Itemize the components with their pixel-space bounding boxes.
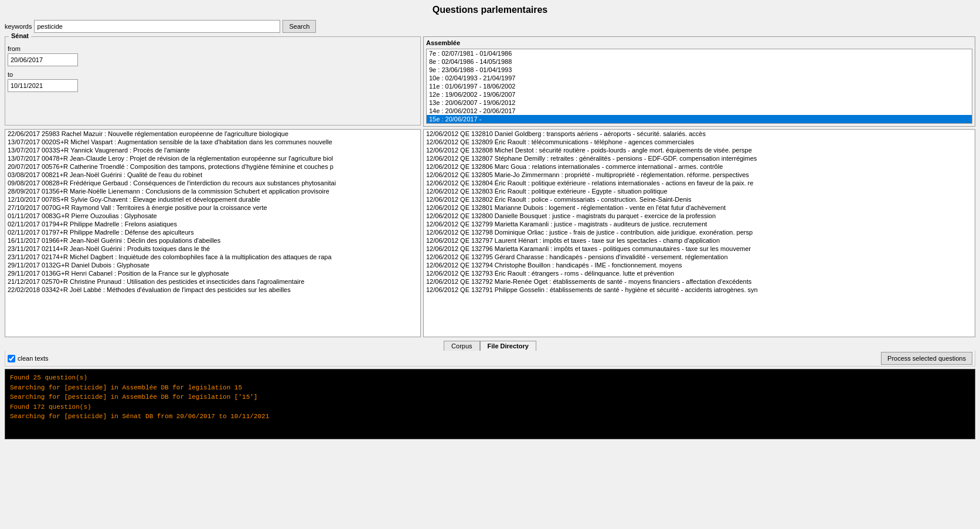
clean-texts-label: clean texts	[18, 355, 49, 362]
assemblee-list-item[interactable]: 14e : 20/06/2012 - 20/06/2017	[427, 107, 972, 115]
tab-file-directory[interactable]: File Directory	[480, 341, 536, 351]
options-row: clean texts Process selected questions	[5, 351, 975, 367]
senat-result-item[interactable]: 29/11/2017 0132G+R Daniel Dubois : Glyph…	[5, 261, 420, 269]
assemblee-result-item[interactable]: 12/06/2012 QE 132791 Philippe Gosselin :…	[424, 286, 975, 294]
assemblee-result-item[interactable]: 12/06/2012 QE 132793 Éric Raoult : étran…	[424, 269, 975, 277]
assemblee-result-item[interactable]: 12/06/2012 QE 132805 Marie-Jo Zimmermann…	[424, 171, 975, 179]
console-line: Searching for [pesticide] in Assemblée D…	[10, 392, 970, 402]
assemblee-result-item[interactable]: 12/06/2012 QE 132807 Stéphane Demilly : …	[424, 154, 975, 162]
senat-result-item[interactable]: 20/07/2017 00576+R Catherine Troendlé : …	[5, 162, 420, 171]
assemblee-result-item[interactable]: 12/06/2012 QE 132803 Éric Raoult : polit…	[424, 187, 975, 195]
senat-result-item[interactable]: 23/11/2017 02114+R Jean-Noël Guérini : P…	[5, 245, 420, 253]
console-line: Found 25 question(s)	[10, 373, 970, 383]
console-line: Searching for [pesticide] in Assemblée D…	[10, 383, 970, 393]
tab-corpus[interactable]: Corpus	[444, 341, 479, 351]
clean-texts-group: clean texts	[8, 355, 49, 362]
assemblee-list-item[interactable]: 11e : 01/06/1997 - 18/06/2002	[427, 82, 972, 90]
from-date-input[interactable]	[8, 53, 78, 66]
assemblee-results-list: 12/06/2012 QE 132810 Daniel Goldberg : t…	[424, 130, 975, 337]
assemblee-result-item[interactable]: 12/06/2012 QE 132798 Dominique Orliac : …	[424, 228, 975, 236]
senat-results-panel: 22/06/2017 25983 Rachel Mazuir : Nouvell…	[5, 129, 421, 337]
assemblee-result-item[interactable]: 12/06/2012 QE 132802 Éric Raoult : polic…	[424, 195, 975, 204]
assemblee-results-panel: 12/06/2012 QE 132810 Daniel Goldberg : t…	[423, 129, 975, 337]
clean-texts-checkbox[interactable]	[8, 355, 15, 362]
assemblee-result-item[interactable]: 12/06/2012 QE 132792 Marie-Renée Oget : …	[424, 277, 975, 286]
assemblee-result-item[interactable]: 12/06/2012 QE 132794 Christophe Bouillon…	[424, 261, 975, 269]
senat-result-item[interactable]: 23/11/2017 02174+R Michel Dagbert : Inqu…	[5, 253, 420, 261]
senat-result-item[interactable]: 03/08/2017 00821+R Jean-Noël Guérini : Q…	[5, 171, 420, 179]
bottom-section: Corpus File Directory clean texts Proces…	[5, 341, 975, 439]
assemblee-result-item[interactable]: 12/06/2012 QE 132801 Marianne Dubois : l…	[424, 204, 975, 212]
senat-result-item[interactable]: 13/07/2017 0033S+R Yannick Vaugrenard : …	[5, 146, 420, 154]
assemblee-result-item[interactable]: 12/06/2012 QE 132804 Éric Raoult : polit…	[424, 179, 975, 187]
senat-result-item[interactable]: 13/07/2017 0020S+R Michel Vaspart : Augm…	[5, 138, 420, 146]
senat-result-item[interactable]: 22/06/2017 25983 Rachel Mazuir : Nouvell…	[5, 130, 420, 138]
bottom-tabs-row: Corpus File Directory clean texts Proces…	[5, 341, 975, 367]
senat-panel: Sénat from to	[5, 36, 421, 126]
senat-result-item[interactable]: 02/11/2017 01797+R Philippe Madrelle : D…	[5, 228, 420, 236]
senat-result-item[interactable]: 16/11/2017 01966+R Jean-Noël Guérini : D…	[5, 236, 420, 245]
senat-results-list: 22/06/2017 25983 Rachel Mazuir : Nouvell…	[5, 130, 420, 337]
assemblee-list-item[interactable]: 13e : 20/06/2007 - 19/06/2012	[427, 99, 972, 107]
senat-result-item[interactable]: 27/10/2017 0070G+R Raymond Vall : Territ…	[5, 204, 420, 212]
assemblee-result-item[interactable]: 12/06/2012 QE 132806 Marc Goua : relatio…	[424, 162, 975, 171]
senat-result-item[interactable]: 01/11/2017 0083G+R Pierre Ouzoulias : Gl…	[5, 212, 420, 220]
assemblee-result-item[interactable]: 12/06/2012 QE 132797 Laurent Hénart : im…	[424, 236, 975, 245]
assemblee-list-item[interactable]: 10e : 02/04/1993 - 21/04/1997	[427, 74, 972, 82]
search-bar: keywords Search	[5, 20, 975, 33]
console-line: Searching for [pesticide] in Sénat DB fr…	[10, 412, 970, 422]
senat-result-item[interactable]: 12/10/2017 0078S+R Sylvie Goy-Chavent : …	[5, 195, 420, 204]
assemblee-list-item[interactable]: 12e : 19/06/2002 - 19/06/2007	[427, 90, 972, 99]
assemblee-result-item[interactable]: 12/06/2012 QE 132809 Éric Raoult : téléc…	[424, 138, 975, 146]
assemblee-result-item[interactable]: 12/06/2012 QE 132796 Marietta Karamanli …	[424, 245, 975, 253]
assemblee-result-item[interactable]: 12/06/2012 QE 132800 Danielle Bousquet :…	[424, 212, 975, 220]
assemblee-list-item[interactable]: 9e : 23/06/1988 - 01/04/1993	[427, 66, 972, 74]
search-button[interactable]: Search	[283, 20, 316, 33]
assemblee-label: Assemblée	[426, 39, 972, 46]
to-label: to	[8, 71, 418, 78]
keywords-label: keywords	[5, 23, 32, 30]
senat-result-item[interactable]: 13/07/2017 00478+R Jean-Claude Leroy : P…	[5, 154, 420, 162]
console-line: Found 172 question(s)	[10, 402, 970, 412]
to-date-input[interactable]	[8, 79, 78, 92]
senat-result-item[interactable]: 28/09/2017 01356+R Marie-Noëlle Lieneman…	[5, 187, 420, 195]
assemblee-list-item[interactable]: 8e : 02/04/1986 - 14/05/1988	[427, 57, 972, 66]
assemblee-list-item[interactable]: 15e : 20/06/2017 -	[427, 115, 972, 123]
assemblee-list-item[interactable]: 7e : 02/07/1981 - 01/04/1986	[427, 49, 972, 57]
assemblee-list[interactable]: 7e : 02/07/1981 - 01/04/19868e : 02/04/1…	[426, 49, 972, 124]
assemblee-result-item[interactable]: 12/06/2012 QE 132808 Michel Destot : séc…	[424, 146, 975, 154]
senat-result-item[interactable]: 21/12/2017 02570+R Christine Prunaud : U…	[5, 277, 420, 286]
assemblee-result-item[interactable]: 12/06/2012 QE 132795 Gérard Charasse : h…	[424, 253, 975, 261]
assemblee-result-item[interactable]: 12/06/2012 QE 132799 Marietta Karamanli …	[424, 220, 975, 228]
page-title: Questions parlementaires	[5, 5, 975, 15]
process-button[interactable]: Process selected questions	[881, 352, 972, 365]
assemblee-result-item[interactable]: 12/06/2012 QE 132810 Daniel Goldberg : t…	[424, 130, 975, 138]
senat-result-item[interactable]: 29/11/2017 0136G+R Henri Cabanel : Posit…	[5, 269, 420, 277]
assemblee-panel: Assemblée 7e : 02/07/1981 - 01/04/19868e…	[423, 36, 975, 127]
senat-result-item[interactable]: 22/02/2018 03342+R Joël Labbé : Méthodes…	[5, 286, 420, 294]
console-output: Found 25 question(s)Searching for [pesti…	[5, 369, 975, 439]
senat-result-item[interactable]: 02/11/2017 01794+R Philippe Madrelle : F…	[5, 220, 420, 228]
from-label: from	[8, 45, 418, 52]
senat-label: Sénat	[9, 32, 31, 39]
search-input[interactable]	[34, 20, 280, 33]
tabs-container: Corpus File Directory	[5, 341, 975, 351]
senat-result-item[interactable]: 09/08/2017 00828+R Frédérique Gerbaud : …	[5, 179, 420, 187]
